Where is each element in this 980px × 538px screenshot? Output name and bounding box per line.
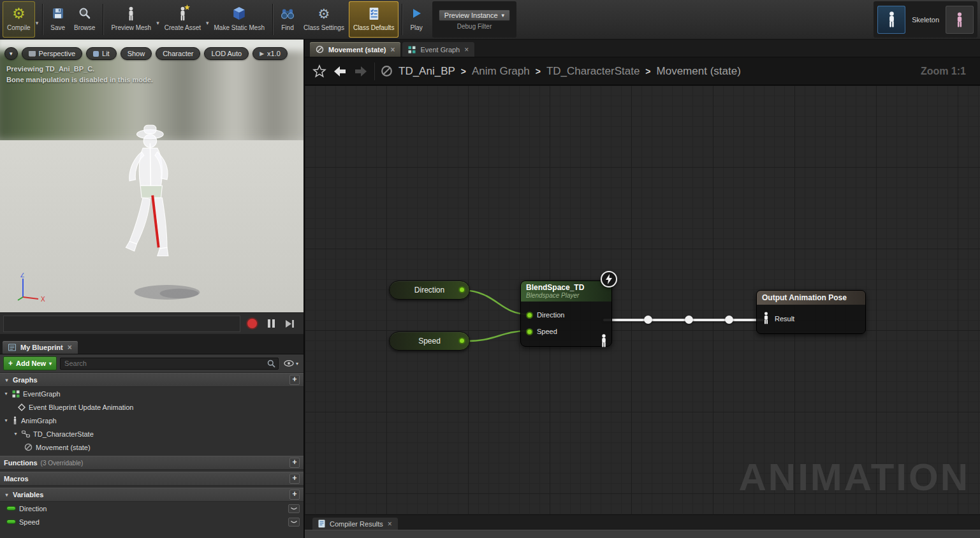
variables-section-header[interactable]: ▾ Variables + xyxy=(0,488,304,502)
skeleton-mode-button[interactable] xyxy=(877,6,905,34)
back-arrow-icon[interactable] xyxy=(332,65,347,78)
compile-button[interactable]: ⚙ Compile xyxy=(3,1,35,38)
create-asset-dropdown-icon[interactable]: ▾ xyxy=(205,20,210,26)
functions-section-header[interactable]: Functions (3 Overridable) + xyxy=(0,456,304,470)
browse-button[interactable]: Browse xyxy=(69,1,99,38)
compiler-results-content xyxy=(305,530,980,538)
close-icon[interactable]: × xyxy=(390,46,395,54)
compile-dropdown-icon[interactable]: ▾ xyxy=(35,20,40,26)
chevron-right-icon: > xyxy=(645,66,650,76)
add-macro-button[interactable]: + xyxy=(289,474,300,484)
timeline-scrubber[interactable] xyxy=(3,316,240,332)
pose-wire[interactable] xyxy=(603,319,764,321)
macros-section-header[interactable]: Macros + xyxy=(0,472,304,486)
direction-output-pin[interactable] xyxy=(458,286,465,293)
preview-mesh-button[interactable]: Preview Mesh xyxy=(106,1,156,38)
find-button[interactable]: Find xyxy=(276,1,299,38)
pause-button[interactable] xyxy=(268,319,275,328)
blendspace-speed-row: Speed xyxy=(521,323,611,340)
chevron-down-icon: ▾ xyxy=(49,361,52,367)
forward-arrow-icon[interactable] xyxy=(353,65,369,78)
speed-output-pin[interactable] xyxy=(458,337,465,344)
make-static-mesh-button[interactable]: Make Static Mesh xyxy=(210,1,269,38)
tab-event-graph[interactable]: Event Graph × xyxy=(402,42,474,57)
bookmark-star-icon[interactable] xyxy=(312,64,326,78)
breadcrumb-blueprint[interactable]: TD_Ani_BP xyxy=(399,65,455,78)
tab-movement-state[interactable]: Movement (state) × xyxy=(310,42,400,57)
collapse-icon: ▾ xyxy=(4,492,10,498)
class-settings-button[interactable]: ⚙ Class Settings xyxy=(299,1,349,38)
class-defaults-button[interactable]: Class Defaults xyxy=(349,1,399,38)
graph-canvas[interactable]: ANIMATION Direction Speed xyxy=(305,85,980,514)
save-button[interactable]: Save xyxy=(46,1,69,38)
close-icon[interactable]: × xyxy=(388,520,392,528)
tree-item-variable-direction[interactable]: Direction xyxy=(0,502,304,515)
add-variable-button[interactable]: + xyxy=(289,490,300,500)
tree-item-event-update-animation[interactable]: Event Blueprint Update Animation xyxy=(0,400,304,414)
save-label: Save xyxy=(50,24,65,31)
lod-auto-button[interactable]: LOD Auto xyxy=(204,47,249,60)
variable-type-pill-icon xyxy=(6,506,16,511)
node-output-animation-pose[interactable]: Output Animation Pose Result xyxy=(756,290,866,334)
fast-path-badge xyxy=(601,271,617,287)
chevron-down-icon: ▾ xyxy=(296,361,298,367)
show-button[interactable]: Show xyxy=(121,47,152,60)
tree-item-character-state[interactable]: ▾ TD_CharacterState xyxy=(0,427,304,440)
variable-visibility-toggle[interactable] xyxy=(288,504,300,513)
collapse-icon: ▾ xyxy=(3,391,9,396)
toolbar-separator xyxy=(42,4,43,35)
perspective-button[interactable]: Perspective xyxy=(22,47,82,60)
class-defaults-icon xyxy=(368,4,380,22)
play-button[interactable]: Play xyxy=(406,1,427,38)
playback-speed-button[interactable]: ▶ x1.0 xyxy=(252,47,288,60)
chevron-right-icon: > xyxy=(461,66,466,76)
breadcrumb-movement-state[interactable]: Movement (state) xyxy=(657,65,741,78)
state-icon xyxy=(24,443,33,451)
tree-item-animgraph[interactable]: ▾ AnimGraph xyxy=(0,414,304,427)
create-asset-icon xyxy=(178,4,187,22)
wire-speed[interactable] xyxy=(463,331,528,341)
node-get-speed[interactable]: Speed xyxy=(389,331,470,351)
event-node-icon xyxy=(18,404,26,411)
class-defaults-label: Class Defaults xyxy=(353,24,394,31)
tree-item-variable-speed[interactable]: Speed xyxy=(0,515,304,528)
character-button[interactable]: Character xyxy=(156,47,200,60)
direction-input-pin[interactable] xyxy=(526,312,533,319)
playback-speed-label: x1.0 xyxy=(267,50,281,57)
tab-my-blueprint[interactable]: My Blueprint × xyxy=(3,341,78,354)
add-function-button[interactable]: + xyxy=(289,458,300,468)
preview-instance-dropdown[interactable]: Preview Instance ▾ xyxy=(439,10,510,21)
record-button[interactable] xyxy=(247,319,257,328)
perspective-icon xyxy=(29,51,36,56)
preview-mesh-dropdown-icon[interactable]: ▾ xyxy=(156,20,160,26)
breadcrumb-anim-graph[interactable]: Anim Graph xyxy=(472,65,530,78)
viewport-options-button[interactable]: ▾ xyxy=(4,47,18,60)
create-asset-button[interactable]: Create Asset xyxy=(160,1,205,38)
graphs-section-header[interactable]: ▾ Graphs + xyxy=(0,373,304,387)
tree-item-movement-state[interactable]: Movement (state) xyxy=(0,440,304,454)
lit-label: Lit xyxy=(102,50,110,57)
close-icon[interactable]: × xyxy=(68,344,72,351)
node-get-direction[interactable]: Direction xyxy=(389,280,470,300)
tab-compiler-results[interactable]: Compiler Results × xyxy=(312,518,398,530)
add-graph-button[interactable]: + xyxy=(289,375,300,385)
pose-wire-dot xyxy=(725,316,733,324)
visibility-filter-button[interactable]: ▾ xyxy=(282,360,300,367)
tree-item-eventgraph[interactable]: ▾ EventGraph xyxy=(0,387,304,400)
step-forward-button[interactable] xyxy=(286,320,294,328)
add-new-button[interactable]: + Add New ▾ xyxy=(3,356,57,370)
result-input-pin[interactable] xyxy=(762,312,770,326)
node-blendspace-player[interactable]: BlendSpace_TD Blendspace Player Directio… xyxy=(520,280,612,347)
wire-direction[interactable] xyxy=(463,290,528,314)
compiler-results-tabbar: Compiler Results × xyxy=(305,515,980,530)
make-static-mesh-icon xyxy=(232,4,246,22)
breadcrumb-character-state[interactable]: TD_CharacterState xyxy=(546,65,640,78)
lit-button[interactable]: Lit xyxy=(86,47,117,60)
variable-visibility-toggle[interactable] xyxy=(288,518,300,527)
pose-output-pin[interactable] xyxy=(599,334,608,350)
preview-viewport[interactable]: Z X ▾ Perspective Lit xyxy=(0,40,304,312)
speed-input-pin[interactable] xyxy=(526,328,533,335)
search-input[interactable] xyxy=(61,360,267,367)
close-icon[interactable]: × xyxy=(464,46,469,54)
mesh-mode-button[interactable] xyxy=(946,6,974,34)
